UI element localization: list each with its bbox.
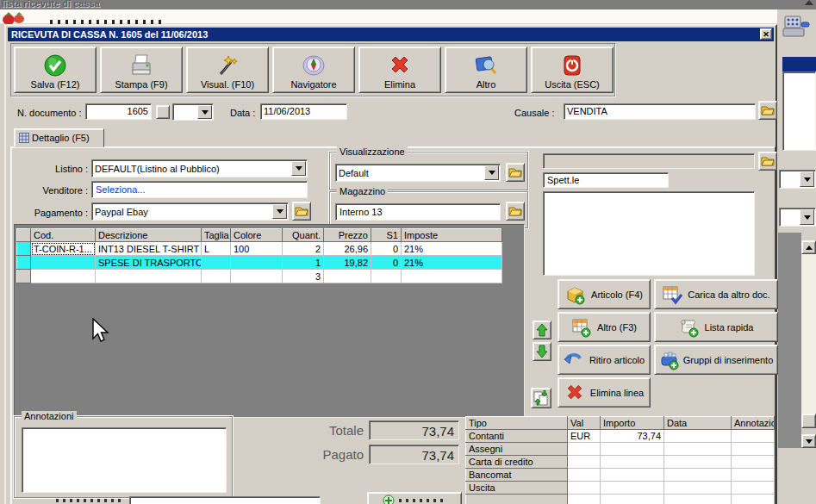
elimina-label: Elimina: [384, 79, 415, 90]
move-up-button[interactable]: [533, 320, 551, 339]
folder-icon: [761, 104, 775, 116]
background-list-panel[interactable]: [782, 72, 816, 151]
pagamento-combo[interactable]: Paypal Ebay: [91, 202, 289, 221]
n-documento-input[interactable]: 1605: [85, 103, 152, 120]
col-descrizione[interactable]: Descrizione: [96, 229, 202, 242]
save-check-icon: [43, 53, 67, 78]
pay-col-data[interactable]: Data: [664, 417, 732, 430]
clipped-bottom-button[interactable]: [367, 492, 462, 504]
move-down-button[interactable]: [533, 342, 551, 361]
chevron-down-icon[interactable]: [484, 165, 499, 180]
bottom-clipped-input[interactable]: [129, 496, 321, 504]
salva-button[interactable]: Salva (F12): [14, 47, 97, 93]
navigatore-button[interactable]: Navigatore: [272, 47, 355, 93]
pay-col-tipo[interactable]: Tipo: [466, 417, 568, 430]
data-input[interactable]: 11/06/2013: [260, 103, 347, 120]
basket-plus-icon: [659, 350, 680, 370]
listino-combo[interactable]: DEFAULT(Listino al Pubblico): [91, 159, 308, 177]
cliente-folder-button[interactable]: [758, 152, 777, 171]
elimina-button[interactable]: Elimina: [358, 47, 441, 93]
gruppi-inserimento-label: Gruppi di inserimento: [683, 355, 774, 365]
col-colore[interactable]: Colore: [231, 229, 283, 242]
tab-dettaglio-label: Dettaglio (F5): [32, 133, 90, 143]
col-s1[interactable]: S1: [371, 229, 402, 242]
item-row-3-total[interactable]: 3: [17, 270, 502, 283]
swap-documents-button[interactable]: [531, 388, 551, 408]
visualizzazione-folder-button[interactable]: [506, 163, 525, 182]
chevron-down-icon[interactable]: [800, 171, 814, 187]
chevron-down-icon[interactable]: [197, 105, 212, 119]
magazzino-group-title: Magazzino: [337, 186, 388, 196]
grid-icon: [19, 133, 29, 143]
gruppi-inserimento-button[interactable]: Gruppi di inserimento: [654, 345, 778, 375]
altro-button[interactable]: Altro: [445, 47, 527, 93]
uscita-button[interactable]: Uscita (ESC): [531, 47, 614, 93]
magazzino-input[interactable]: Interno 13: [335, 203, 501, 221]
doc-small-box[interactable]: [156, 105, 170, 119]
payment-row-clipped[interactable]: [466, 495, 775, 504]
payment-row-carta[interactable]: Carta di credito: [466, 456, 775, 469]
ritiro-articolo-button[interactable]: Ritiro articolo: [557, 345, 651, 375]
item-row-2-selected[interactable]: SPESE DI TRASPORTO 1 19,82 0 21%: [17, 256, 502, 270]
pay-col-importo[interactable]: Importo: [601, 417, 664, 430]
listino-value: DEFAULT(Listino al Pubblico): [92, 164, 290, 174]
col-imposte[interactable]: Imposte: [402, 229, 502, 242]
pay-col-annotazioni[interactable]: Annotazioni: [732, 417, 775, 430]
row-marker[interactable]: [17, 242, 31, 256]
visualizzazione-combo[interactable]: Default: [335, 164, 501, 182]
pagamento-folder-button[interactable]: [292, 202, 311, 221]
col-prezzo[interactable]: Prezzo: [324, 229, 371, 242]
cliente-input-disabled[interactable]: [543, 153, 755, 169]
payments-header-row: Tipo Val Importo Data Annotazioni: [466, 417, 775, 430]
elimina-linea-button[interactable]: Elimina linea: [557, 377, 651, 408]
row-marker[interactable]: [17, 270, 31, 283]
scrollbar-up-button[interactable]: [801, 240, 816, 254]
cash-register-icon[interactable]: [781, 11, 810, 40]
altro-f3-button[interactable]: Altro (F3): [557, 312, 651, 342]
payments-table[interactable]: Tipo Val Importo Data Annotazioni Contan…: [465, 416, 775, 504]
stampa-button[interactable]: Stampa (F9): [100, 47, 183, 93]
venditore-input[interactable]: Seleziona...: [91, 181, 308, 198]
tab-dettaglio[interactable]: Dettaglio (F5): [14, 128, 104, 147]
pay-col-val[interactable]: Val: [568, 417, 601, 430]
col-cod[interactable]: Cod.: [31, 229, 96, 242]
carica-da-altro-doc-button[interactable]: Carica da altro doc.: [654, 279, 778, 309]
item-row-1[interactable]: T-COIN-R-1... INT13 DIESEL T-SHIRT ... L…: [17, 242, 502, 256]
magazzino-folder-button[interactable]: [506, 202, 525, 221]
visual-button[interactable]: Visual. (F10): [186, 47, 269, 93]
elimina-linea-label: Elimina linea: [590, 388, 644, 398]
annotazioni-group: Annotazioni: [14, 416, 233, 498]
totale-value: 73,74: [369, 420, 459, 440]
causale-input[interactable]: VENDITA: [564, 103, 756, 120]
red-x-icon: [388, 53, 412, 78]
background-combo-1[interactable]: [779, 170, 816, 189]
indirizzo-textarea[interactable]: [543, 191, 755, 276]
dialog-titlebar[interactable]: RICEVUTA DI CASSA N. 1605 del 11/06/2013…: [8, 28, 774, 41]
payment-row-bancomat[interactable]: Bancomat: [466, 469, 775, 482]
plus-circle-icon: [383, 495, 395, 504]
articolo-button[interactable]: Articolo (F4): [557, 279, 651, 309]
chevron-down-icon[interactable]: [800, 209, 814, 225]
scrollbar-track[interactable]: [801, 254, 816, 414]
row-marker[interactable]: [17, 256, 31, 270]
causale-folder-button[interactable]: [758, 101, 777, 120]
lista-rapida-button[interactable]: Lista rapida: [654, 312, 778, 342]
chevron-down-icon[interactable]: [291, 161, 306, 176]
payment-row-contanti[interactable]: Contanti EUR 73,74: [466, 430, 775, 443]
doc-type-combo[interactable]: [172, 103, 214, 121]
payment-row-assegni[interactable]: Assegni: [466, 443, 775, 456]
close-button[interactable]: ✕: [760, 28, 772, 40]
background-window-title: lista ricevute di cassa: [2, 0, 100, 9]
payment-row-uscita[interactable]: Uscita: [466, 482, 775, 495]
scrollbar-down-button[interactable]: [801, 434, 816, 448]
scrollbar-thumb[interactable]: [801, 414, 816, 428]
items-table[interactable]: Cod. Descrizione Taglia Colore Quant. Pr…: [16, 228, 502, 283]
annotazioni-textarea[interactable]: [22, 427, 227, 493]
col-taglia[interactable]: Taglia: [202, 229, 231, 242]
chevron-down-icon[interactable]: [272, 204, 287, 219]
n-documento-label: N. documento :: [17, 108, 82, 118]
background-combo-2[interactable]: [779, 208, 816, 227]
destinatario-input[interactable]: Spett.le: [543, 172, 669, 188]
close-icon: ✕: [763, 30, 769, 39]
col-quant[interactable]: Quant.: [283, 229, 324, 242]
